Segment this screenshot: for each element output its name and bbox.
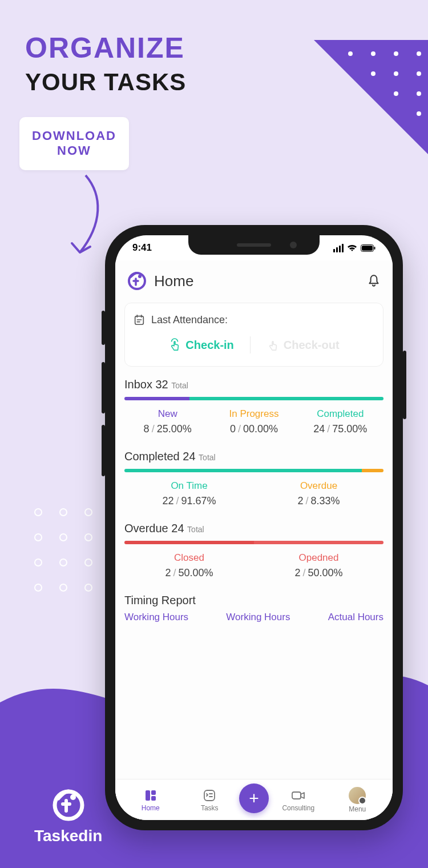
nav-tasks-label: Tasks xyxy=(201,804,219,812)
inbox-title: Inbox xyxy=(124,378,152,391)
promo-heading-2: YOUR TASKS xyxy=(25,69,186,96)
svg-point-1 xyxy=(70,794,76,800)
inbox-inprogress-label: In Progress xyxy=(211,408,297,420)
attendance-label: Last Attendance: xyxy=(151,314,228,326)
inbox-total-label: Total xyxy=(171,381,188,390)
download-line1: DOWNLOAD xyxy=(32,128,116,143)
inbox-section: Inbox 32 Total New 8/25.00% In Progress … xyxy=(124,378,383,435)
signal-icon xyxy=(333,244,344,252)
battery-icon xyxy=(361,244,375,252)
timing-col-1: Working Hours xyxy=(124,612,188,623)
check-in-label: Check-in xyxy=(185,339,233,352)
phone-screen: 9:41 Home Last At xyxy=(115,235,393,820)
completed-overdue-label: Overdue xyxy=(254,480,383,492)
svg-rect-7 xyxy=(135,316,144,325)
home-icon xyxy=(143,788,158,803)
nav-menu[interactable]: Menu xyxy=(328,787,387,813)
timing-col-3: Actual Hours xyxy=(328,612,383,623)
video-icon xyxy=(291,788,306,803)
overdue-count: 24 xyxy=(171,522,184,535)
app-logo-icon xyxy=(127,271,147,291)
overdue-opened-pct: 50.00% xyxy=(308,567,342,578)
inbox-progress-bar xyxy=(124,397,383,400)
tap-out-icon xyxy=(267,337,279,352)
completed-ontime-label: On Time xyxy=(124,480,254,492)
svg-rect-10 xyxy=(151,796,156,801)
brand-name: Taskedin xyxy=(34,827,102,845)
nav-consulting-label: Consulting xyxy=(282,804,314,812)
svg-rect-8 xyxy=(146,790,150,801)
inbox-inprogress-pct: 00.00% xyxy=(243,423,278,435)
timing-col-2: Working Hours xyxy=(226,612,290,623)
wifi-icon xyxy=(347,244,357,252)
download-line2: NOW xyxy=(32,143,116,158)
overdue-closed-label: Closed xyxy=(124,552,254,564)
brand-block: Taskedin xyxy=(34,788,102,845)
tasks-icon xyxy=(202,788,217,803)
avatar-icon xyxy=(349,787,366,804)
plus-icon: + xyxy=(249,789,259,808)
completed-ontime-count: 22 xyxy=(162,495,173,507)
check-out-label: Check-out xyxy=(284,339,340,352)
nav-home[interactable]: Home xyxy=(121,788,180,812)
check-out-button[interactable]: Check-out xyxy=(267,337,340,352)
decorative-triangle xyxy=(314,40,428,166)
overdue-progress-bar xyxy=(124,541,383,544)
svg-rect-11 xyxy=(204,790,215,801)
inbox-inprogress-count: 0 xyxy=(230,423,236,435)
nav-consulting[interactable]: Consulting xyxy=(269,788,328,812)
completed-overdue-count: 2 xyxy=(297,495,303,507)
svg-rect-4 xyxy=(374,247,375,250)
page-title: Home xyxy=(154,272,360,290)
inbox-new-pct: 25.00% xyxy=(157,423,192,435)
overdue-opened-label: Opedned xyxy=(254,552,383,564)
inbox-count: 32 xyxy=(156,378,168,391)
app-header: Home xyxy=(115,260,393,299)
tap-in-icon xyxy=(168,337,181,352)
add-button[interactable]: + xyxy=(239,783,269,813)
inbox-new-count: 8 xyxy=(144,423,150,435)
completed-overdue-pct: 8.33% xyxy=(310,495,340,507)
notifications-icon[interactable] xyxy=(366,274,381,288)
phone-frame: 9:41 Home Last At xyxy=(105,225,403,830)
inbox-completed-pct: 75.00% xyxy=(332,423,367,435)
completed-total-label: Total xyxy=(199,453,216,462)
bottom-nav: Home Tasks + Consulting xyxy=(115,779,393,820)
overdue-total-label: Total xyxy=(187,525,204,534)
overdue-opened-count: 2 xyxy=(294,567,300,578)
brand-logo-icon xyxy=(51,788,86,822)
timing-report-title: Timing Report xyxy=(124,594,383,607)
overdue-closed-count: 2 xyxy=(165,567,171,578)
divider xyxy=(250,336,251,353)
timing-columns: Working Hours Working Hours Actual Hours xyxy=(124,612,383,623)
overdue-section: Overdue 24 Total Closed 2/50.00% Opedned xyxy=(124,522,383,579)
completed-section: Completed 24 Total On Time 22/91.67% Ove… xyxy=(124,450,383,507)
completed-ontime-pct: 91.67% xyxy=(181,495,216,507)
attendance-card: Last Attendance: Check-in Check-out xyxy=(124,303,383,367)
svg-rect-12 xyxy=(292,792,301,799)
overdue-closed-pct: 50.00% xyxy=(178,567,213,578)
inbox-completed-label: Completed xyxy=(297,408,383,420)
svg-point-6 xyxy=(138,275,142,278)
inbox-new-label: New xyxy=(124,408,211,420)
svg-rect-3 xyxy=(362,246,373,251)
phone-notch xyxy=(188,235,320,255)
nav-tasks[interactable]: Tasks xyxy=(180,788,240,812)
svg-rect-9 xyxy=(151,790,156,795)
nav-menu-label: Menu xyxy=(349,805,366,813)
completed-title: Completed xyxy=(124,450,180,463)
download-now-button[interactable]: DOWNLOAD NOW xyxy=(19,117,129,170)
nav-home-label: Home xyxy=(142,804,160,812)
status-time: 9:41 xyxy=(132,242,152,254)
completed-count: 24 xyxy=(183,450,195,463)
inbox-completed-count: 24 xyxy=(313,423,325,435)
calendar-icon xyxy=(133,314,146,326)
promo-heading-1: ORGANIZE xyxy=(25,31,185,65)
completed-progress-bar xyxy=(124,469,383,472)
overdue-title: Overdue xyxy=(124,522,168,535)
check-in-button[interactable]: Check-in xyxy=(168,337,233,352)
